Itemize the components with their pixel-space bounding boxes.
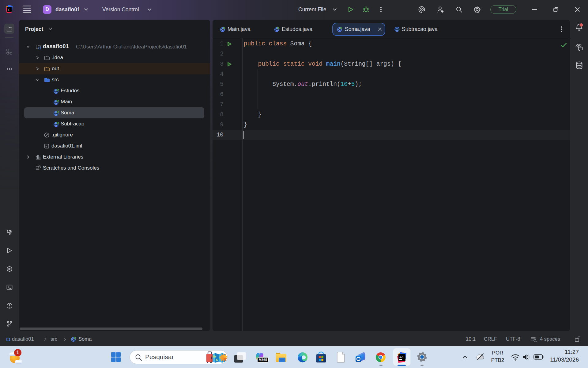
- svg-text:IJ: IJ: [399, 355, 403, 358]
- svg-text:IJ: IJ: [8, 8, 9, 10]
